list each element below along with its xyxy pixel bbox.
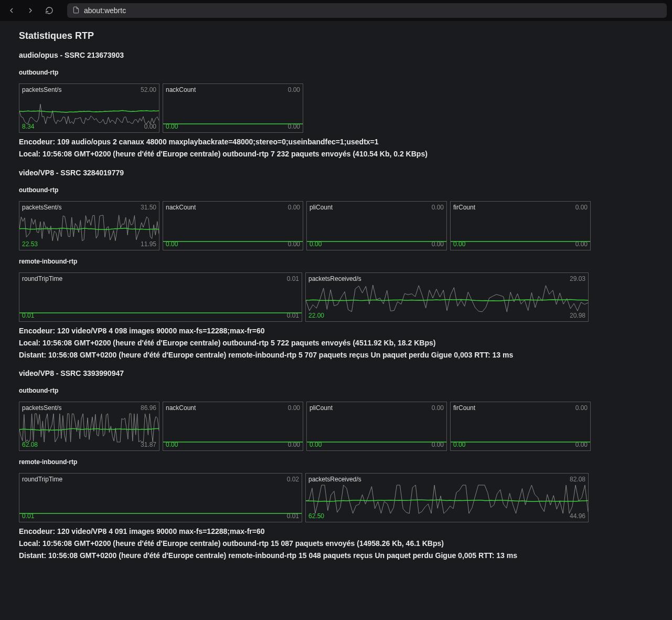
chart-max: 0.00 — [575, 204, 588, 211]
chart-name: packetsSent/s — [22, 204, 61, 211]
chart-nackcount: nackCount 0.00 0.00 0.00 — [163, 402, 303, 451]
group-title: remote-inbound-rtp — [19, 258, 653, 265]
ssrc-header: audio/opus - SSRC 213673903 — [19, 51, 653, 59]
chart-row: packetsSent/s 52.00 8.34 0.00 nackCount … — [19, 83, 653, 133]
group-title: outbound-rtp — [19, 387, 653, 394]
info-line: Distant: 10:56:08 GMT+0200 (heure d'été … — [19, 551, 653, 561]
chart-name: packetsSent/s — [22, 86, 61, 93]
chart-name: packetsReceived/s — [308, 275, 361, 282]
chart-nackcount: nackCount 0.00 0.00 0.00 — [163, 83, 303, 133]
chart-name: nackCount — [166, 204, 196, 211]
chart-nackcount: nackCount 0.00 0.00 0.00 — [163, 201, 303, 250]
chart-name: packetsReceived/s — [308, 476, 361, 483]
chart-max: 0.00 — [288, 404, 300, 412]
chart-max: 0.00 — [288, 86, 300, 93]
chart-name: packetsSent/s — [22, 404, 61, 412]
page-title: Statistiques RTP — [19, 30, 653, 41]
chart-max: 31.50 — [141, 204, 156, 211]
reload-button[interactable] — [43, 4, 56, 17]
chart-max: 86.96 — [141, 404, 156, 412]
chart-name: nackCount — [166, 86, 196, 93]
info-line: Local: 10:56:08 GMT+0200 (heure d'été d'… — [19, 338, 653, 348]
chart-name: roundTripTime — [22, 275, 62, 282]
chart-fircount: firCount 0.00 0.00 0.00 — [450, 201, 591, 250]
browser-toolbar: about:webrtc — [0, 0, 672, 21]
info-line: Encodeur: 109 audio/opus 2 canaux 48000 … — [19, 137, 653, 147]
chart-packetsreceived-s: packetsReceived/s 29.03 22.00 20.98 — [305, 272, 589, 322]
info-line: Local: 10:56:08 GMT+0200 (heure d'été d'… — [19, 539, 653, 549]
group-title: remote-inbound-rtp — [19, 458, 653, 466]
chart-max: 52.00 — [141, 86, 156, 93]
forward-button[interactable] — [24, 4, 37, 17]
chart-fircount: firCount 0.00 0.00 0.00 — [450, 402, 591, 451]
chart-max: 0.00 — [432, 404, 444, 412]
chart-row: packetsSent/s 86.96 62.08 31.87 nackCoun… — [19, 402, 653, 451]
info-line: Encodeur: 120 video/VP8 4 098 images 900… — [19, 326, 653, 336]
chart-row: roundTripTime 0.01 0.01 0.01 packetsRece… — [19, 272, 653, 322]
chart-name: roundTripTime — [22, 476, 62, 483]
chart-max: 0.00 — [575, 404, 588, 412]
chart-packetsreceived-s: packetsReceived/s 82.08 62.50 44.96 — [305, 473, 589, 522]
chart-name: firCount — [453, 204, 475, 211]
info-line: Encodeur: 120 video/VP8 4 091 images 900… — [19, 527, 653, 537]
info-line: Local: 10:56:08 GMT+0200 (heure d'été d'… — [19, 149, 653, 159]
chart-name: nackCount — [166, 404, 196, 412]
chart-max: 0.02 — [287, 476, 299, 483]
page-content: Statistiques RTP audio/opus - SSRC 21367… — [0, 21, 672, 571]
chart-roundtriptime: roundTripTime 0.01 0.01 0.01 — [19, 272, 302, 322]
chart-packetssent-s: packetsSent/s 86.96 62.08 31.87 — [19, 402, 159, 451]
chart-name: firCount — [453, 404, 475, 412]
group-title: outbound-rtp — [19, 69, 653, 76]
info-line: Distant: 10:56:08 GMT+0200 (heure d'été … — [19, 350, 653, 360]
chart-name: pliCount — [310, 404, 333, 412]
page-icon — [72, 6, 80, 15]
chart-packetssent-s: packetsSent/s 52.00 8.34 0.00 — [19, 83, 159, 133]
ssrc-header: video/VP8 - SSRC 3284019779 — [19, 169, 653, 177]
chart-row: roundTripTime 0.02 0.01 0.01 packetsRece… — [19, 473, 653, 522]
ssrc-header: video/VP8 - SSRC 3393990947 — [19, 369, 653, 377]
chart-max: 0.00 — [288, 204, 300, 211]
chart-plicount: pliCount 0.00 0.00 0.00 — [306, 402, 447, 451]
chart-roundtriptime: roundTripTime 0.02 0.01 0.01 — [19, 473, 302, 522]
url-text: about:webrtc — [84, 6, 126, 15]
back-button[interactable] — [5, 4, 18, 17]
chart-plicount: pliCount 0.00 0.00 0.00 — [306, 201, 447, 250]
chart-max: 82.08 — [570, 476, 585, 483]
chart-max: 0.01 — [287, 275, 299, 282]
group-title: outbound-rtp — [19, 186, 653, 194]
chart-packetssent-s: packetsSent/s 31.50 22.53 11.95 — [19, 201, 159, 250]
chart-name: pliCount — [310, 204, 333, 211]
chart-max: 0.00 — [432, 204, 444, 211]
chart-max: 29.03 — [570, 275, 585, 282]
chart-row: packetsSent/s 31.50 22.53 11.95 nackCoun… — [19, 201, 653, 250]
url-bar[interactable]: about:webrtc — [67, 3, 667, 18]
